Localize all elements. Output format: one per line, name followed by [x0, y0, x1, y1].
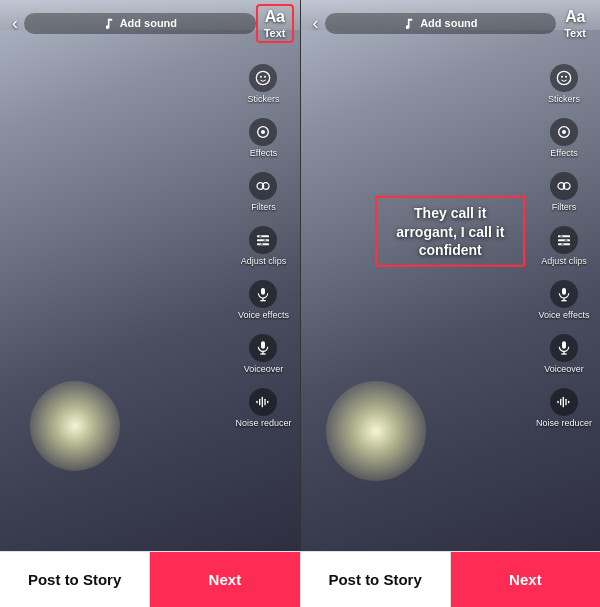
- svg-rect-21: [262, 397, 263, 408]
- filters-tool-left[interactable]: Filters: [247, 166, 279, 218]
- adjust-clips-label-right: Adjust clips: [541, 256, 587, 266]
- text-tool-button-right[interactable]: Aa Text: [556, 4, 594, 43]
- effects-icon-right: [550, 118, 578, 146]
- svg-point-25: [561, 76, 563, 78]
- stickers-icon-left: [249, 64, 277, 92]
- noise-reducer-tool-left[interactable]: Noise reducer: [233, 382, 293, 434]
- adjust-clips-tool-right[interactable]: Adjust clips: [539, 220, 589, 272]
- voice-effects-tool-left[interactable]: Voice effects: [236, 274, 291, 326]
- post-to-story-button-left[interactable]: Post to Story: [0, 552, 150, 607]
- noise-reducer-label-left: Noise reducer: [235, 418, 291, 428]
- filters-tool-right[interactable]: Filters: [548, 166, 580, 218]
- filters-icon-left: [249, 172, 277, 200]
- svg-point-10: [259, 235, 262, 238]
- voiceover-icon-right: [550, 334, 578, 362]
- noise-reducer-icon-left: [249, 388, 277, 416]
- add-sound-label-right: Add sound: [420, 17, 477, 29]
- svg-point-2: [264, 76, 266, 78]
- filters-label-left: Filters: [251, 202, 276, 212]
- right-toolbar-right: Stickers Effects Filters: [534, 58, 594, 434]
- svg-point-12: [261, 243, 264, 246]
- top-bar-left: ‹ Add sound Aa Text: [0, 0, 300, 46]
- text-overlay-right[interactable]: They call it arrogant, I call it confide…: [375, 196, 525, 267]
- back-button-right[interactable]: ‹: [307, 7, 325, 40]
- svg-rect-8: [257, 239, 269, 241]
- svg-point-26: [565, 76, 567, 78]
- svg-rect-22: [265, 399, 266, 406]
- light-blob-left: [30, 381, 120, 471]
- svg-point-28: [562, 130, 566, 134]
- voiceover-tool-right[interactable]: Voiceover: [542, 328, 586, 380]
- text-tool-label-right: Text: [564, 27, 586, 39]
- svg-rect-46: [565, 399, 566, 406]
- noise-reducer-label-right: Noise reducer: [536, 418, 592, 428]
- svg-point-4: [261, 130, 265, 134]
- svg-rect-37: [562, 288, 566, 295]
- svg-point-35: [565, 239, 568, 242]
- effects-tool-left[interactable]: Effects: [247, 112, 279, 164]
- voice-effects-icon-left: [249, 280, 277, 308]
- post-to-story-button-right[interactable]: Post to Story: [301, 552, 451, 607]
- stickers-label-left: Stickers: [247, 94, 279, 104]
- adjust-clips-label-left: Adjust clips: [241, 256, 287, 266]
- stickers-icon-right: [550, 64, 578, 92]
- svg-rect-23: [267, 401, 268, 404]
- stickers-tool-left[interactable]: Stickers: [245, 58, 281, 110]
- effects-label-right: Effects: [550, 148, 577, 158]
- voiceover-label-left: Voiceover: [244, 364, 284, 374]
- svg-point-1: [260, 76, 262, 78]
- left-panel: ‹ Add sound Aa Text: [0, 0, 301, 551]
- next-button-left[interactable]: Next: [150, 552, 299, 607]
- bottom-right-half: Post to Story Next: [301, 552, 601, 607]
- svg-point-0: [257, 71, 270, 84]
- bottom-left-half: Post to Story Next: [0, 552, 300, 607]
- svg-rect-19: [257, 401, 258, 404]
- adjust-clips-icon-left: [249, 226, 277, 254]
- svg-rect-47: [568, 401, 569, 404]
- voiceover-tool-left[interactable]: Voiceover: [242, 328, 286, 380]
- panels-container: ‹ Add sound Aa Text: [0, 0, 600, 551]
- music-icon-left: [103, 17, 116, 30]
- right-panel: They call it arrogant, I call it confide…: [301, 0, 601, 551]
- svg-rect-44: [560, 399, 561, 406]
- svg-rect-43: [557, 401, 558, 404]
- top-bar-right: ‹ Add sound Aa Text: [301, 0, 601, 46]
- add-sound-button-left[interactable]: Add sound: [24, 13, 256, 34]
- noise-reducer-icon-right: [550, 388, 578, 416]
- noise-reducer-tool-right[interactable]: Noise reducer: [534, 382, 594, 434]
- voiceover-icon-left: [249, 334, 277, 362]
- voice-effects-icon-right: [550, 280, 578, 308]
- effects-tool-right[interactable]: Effects: [548, 112, 580, 164]
- svg-rect-45: [563, 397, 564, 408]
- voiceover-label-right: Voiceover: [544, 364, 584, 374]
- filters-icon-right: [550, 172, 578, 200]
- text-tool-button-left[interactable]: Aa Text: [256, 4, 294, 43]
- bottom-bar: Post to Story Next Post to Story Next: [0, 551, 600, 607]
- add-sound-button-right[interactable]: Add sound: [325, 13, 557, 34]
- effects-icon-left: [249, 118, 277, 146]
- svg-rect-7: [257, 235, 269, 237]
- text-tool-label-left: Text: [264, 27, 286, 39]
- filters-label-right: Filters: [552, 202, 577, 212]
- svg-point-24: [557, 71, 570, 84]
- svg-rect-32: [558, 239, 570, 241]
- back-button-left[interactable]: ‹: [6, 7, 24, 40]
- text-tool-aa-left: Aa: [265, 8, 284, 26]
- svg-rect-20: [259, 399, 260, 406]
- svg-point-11: [264, 239, 267, 242]
- svg-point-36: [561, 243, 564, 246]
- music-icon-right: [403, 17, 416, 30]
- svg-rect-16: [261, 341, 265, 348]
- svg-rect-31: [558, 235, 570, 237]
- voice-effects-label-right: Voice effects: [539, 310, 590, 320]
- voice-effects-label-left: Voice effects: [238, 310, 289, 320]
- right-toolbar-left: Stickers Effects Filters: [233, 58, 293, 434]
- next-button-right[interactable]: Next: [451, 552, 600, 607]
- stickers-tool-right[interactable]: Stickers: [546, 58, 582, 110]
- adjust-clips-icon-right: [550, 226, 578, 254]
- voice-effects-tool-right[interactable]: Voice effects: [537, 274, 592, 326]
- add-sound-label-left: Add sound: [120, 17, 177, 29]
- text-tool-aa-right: Aa: [565, 8, 584, 26]
- overlay-text-right: They call it arrogant, I call it confide…: [387, 204, 513, 259]
- adjust-clips-tool-left[interactable]: Adjust clips: [239, 220, 289, 272]
